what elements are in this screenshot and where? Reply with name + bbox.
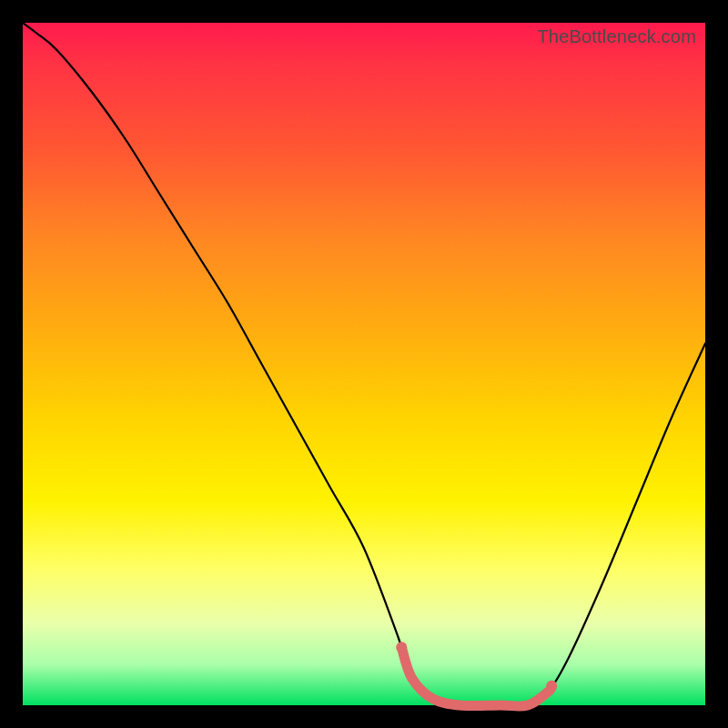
highlight-segment [401,647,551,706]
curve-svg [23,23,705,705]
chart-frame: TheBottleneck.com [0,0,728,728]
plot-area: TheBottleneck.com [23,23,705,705]
highlight-dot-left [396,642,407,652]
highlight-dot-right [546,681,557,692]
bottleneck-curve [23,23,705,706]
